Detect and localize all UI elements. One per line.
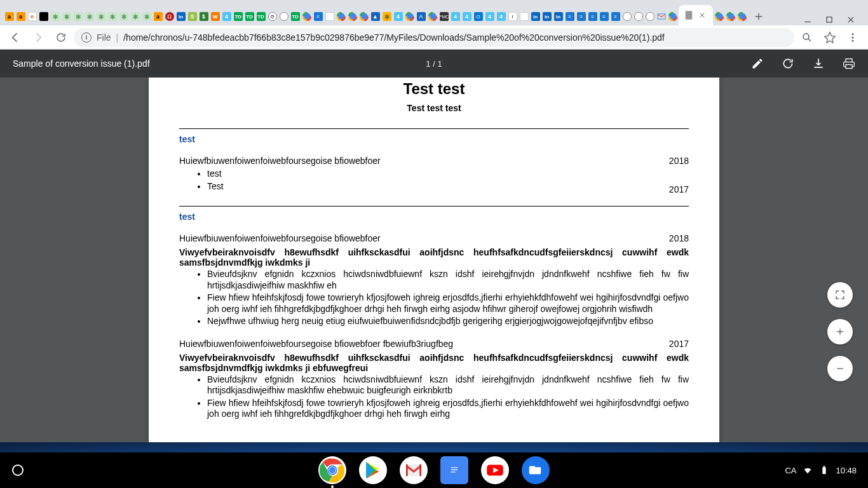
close-window-button[interactable] — [845, 14, 857, 25]
tab-favicon[interactable]: TD — [290, 8, 301, 25]
tab-favicon[interactable]: ≡ — [599, 8, 609, 25]
tab-favicon[interactable] — [427, 8, 438, 25]
shelf-app-chrome[interactable] — [318, 456, 346, 484]
tab-favicon[interactable]: ✻ — [118, 8, 129, 25]
launcher-button[interactable] — [5, 458, 31, 483]
browser-menu-button[interactable] — [843, 27, 863, 48]
zoom-controls — [827, 282, 853, 381]
tab-favicon[interactable]: ✻ — [84, 8, 95, 25]
zoom-out-button[interactable] — [827, 356, 853, 381]
zoom-in-button[interactable] — [827, 319, 853, 344]
tab-favicon[interactable]: a — [4, 8, 15, 25]
tab-favicon[interactable]: ≡ — [564, 8, 575, 25]
pdf-viewer-area[interactable]: Test test Test test test test Huiewfbiuw… — [0, 78, 868, 442]
tab-favicon[interactable]: ✻ — [141, 8, 152, 25]
back-button[interactable] — [5, 27, 25, 48]
section-heading: test — [179, 212, 689, 222]
tab-favicon[interactable]: O — [473, 8, 484, 25]
tab-favicon[interactable]: ✻ — [381, 8, 392, 25]
tab-favicon[interactable]: 4 — [221, 8, 232, 25]
tab-favicon[interactable] — [404, 8, 415, 25]
tab-favicon[interactable]: TD — [233, 8, 243, 25]
entry-bold-line: Viwyefvbeiraknvoisdfv h8ewufhsdkf uihfks… — [179, 247, 689, 268]
minimize-window-button[interactable] — [802, 14, 813, 25]
tab-favicon[interactable]: 4 — [450, 8, 461, 25]
tab-favicon[interactable] — [358, 8, 369, 25]
tab-favicon[interactable]: ⚙ — [267, 8, 278, 25]
tab-favicon[interactable]: e — [27, 8, 37, 25]
status-tray[interactable]: CA 10:48 — [778, 463, 863, 478]
tab-favicon[interactable] — [621, 8, 632, 25]
tab-favicon[interactable] — [336, 8, 346, 25]
shelf-app-gmail[interactable] — [400, 456, 428, 484]
tab-favicon[interactable]: in — [530, 8, 541, 25]
forward-button[interactable] — [28, 27, 48, 48]
download-button[interactable] — [812, 57, 825, 70]
rotate-button[interactable] — [782, 57, 794, 70]
zoom-indicator-icon[interactable] — [797, 27, 817, 48]
page-info-icon[interactable]: i — [81, 32, 92, 43]
tab-favicon[interactable]: ≡ — [610, 8, 621, 25]
print-button[interactable] — [843, 57, 855, 70]
tab-favicon[interactable]: ≡ — [576, 8, 587, 25]
tab-favicon[interactable]: TD — [255, 8, 266, 25]
tab-favicon[interactable]: 4 — [461, 8, 472, 25]
entry-title: Huiewfbiuwenfoiwenfoiwebfoursegoise bfio… — [179, 156, 381, 166]
tab-favicon[interactable]: ✻ — [72, 8, 83, 25]
tab-favicon[interactable] — [519, 8, 529, 25]
tab-favicon[interactable]: S — [187, 8, 198, 25]
tab-favicon[interactable]: TD — [244, 8, 255, 25]
svg-rect-54 — [451, 467, 458, 468]
shelf-app-files[interactable] — [522, 456, 550, 484]
close-tab-icon[interactable] — [698, 11, 707, 20]
tab-favicon[interactable] — [278, 8, 289, 25]
tab-favicon[interactable] — [656, 8, 667, 25]
entry-bold-line: Viwyefvbeiraknvoisdfv h8ewufhsdkf uihfks… — [179, 353, 689, 373]
tab-favicon[interactable]: ✻ — [61, 8, 72, 25]
tab-favicon[interactable]: in — [553, 8, 564, 25]
annotate-button[interactable] — [751, 57, 764, 70]
tab-favicon[interactable] — [633, 8, 644, 25]
tab-favicon[interactable]: ✻ — [107, 8, 118, 25]
address-bar[interactable]: i File | /home/chronos/u-748bfedeacbb7f6… — [74, 28, 794, 47]
maximize-window-button[interactable] — [824, 14, 835, 25]
tab-favicon[interactable]: ✻ — [50, 8, 60, 25]
tab-favicon[interactable]: A — [416, 8, 426, 25]
tab-favicon[interactable]: ✻ — [95, 8, 106, 25]
tab-favicon[interactable]: in — [175, 8, 186, 25]
tab-favicon[interactable]: ≡ — [587, 8, 598, 25]
tab-favicon[interactable]: a — [153, 8, 163, 25]
tab-favicon[interactable] — [667, 8, 678, 25]
new-tab-button[interactable] — [750, 8, 768, 25]
tab-favicon[interactable]: ≡ — [313, 8, 323, 25]
fit-page-button[interactable] — [827, 282, 853, 308]
tab-favicon[interactable]: 4 — [496, 8, 506, 25]
tab-favicon[interactable]: Ω — [164, 8, 175, 25]
tab-favicon[interactable] — [644, 8, 655, 25]
reload-button[interactable] — [51, 27, 71, 48]
shelf-app-play-store[interactable] — [359, 456, 387, 484]
tab-favicon[interactable]: W — [210, 8, 220, 25]
tab-favicon[interactable] — [725, 8, 736, 25]
tab-favicon[interactable]: ▲ — [370, 8, 381, 25]
active-tab[interactable] — [679, 5, 713, 25]
tab-favicon[interactable]: $ — [198, 8, 209, 25]
tab-favicon[interactable]: in — [541, 8, 552, 25]
shelf-app-docs[interactable] — [440, 456, 468, 484]
svg-rect-55 — [451, 470, 458, 470]
tab-favicon[interactable] — [324, 8, 335, 25]
tab-favicon[interactable]: ✻ — [130, 8, 140, 25]
shelf-app-youtube[interactable] — [481, 456, 509, 484]
tab-favicon[interactable]: 4 — [393, 8, 403, 25]
tab-favicon[interactable]: PMC — [438, 8, 449, 25]
bullet-item: Fiew hfiew hfeihfskjfosdj fowe towrieryh… — [207, 398, 689, 420]
tab-favicon[interactable]: f — [507, 8, 518, 25]
tab-favicon[interactable] — [736, 8, 747, 25]
tab-favicon[interactable] — [38, 8, 49, 25]
tab-favicon[interactable] — [347, 8, 358, 25]
tab-favicon[interactable] — [301, 8, 312, 25]
tab-favicon[interactable]: a — [15, 8, 26, 25]
tab-favicon[interactable]: 4 — [484, 8, 495, 25]
bookmark-button[interactable] — [820, 27, 840, 48]
tab-favicon[interactable] — [714, 8, 724, 25]
